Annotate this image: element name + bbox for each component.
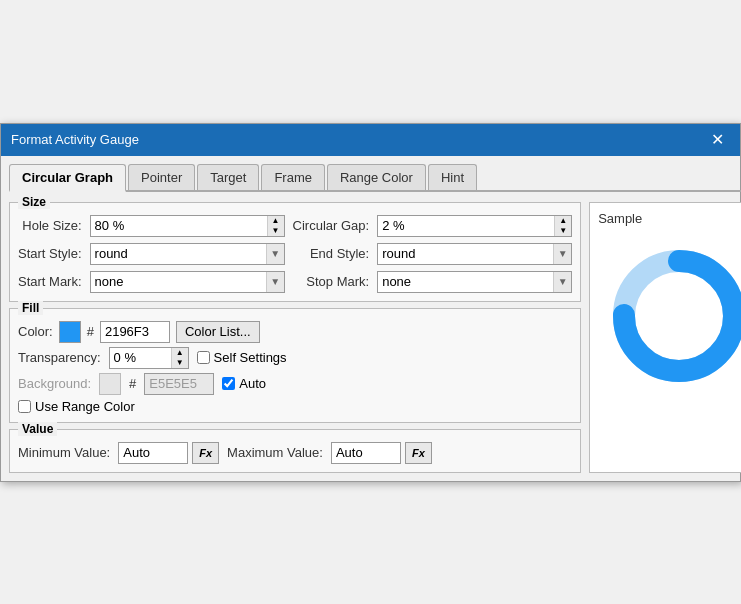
dialog-body: Circular Graph Pointer Target Frame Rang… — [1, 156, 740, 481]
color-hex-input[interactable] — [100, 321, 170, 343]
start-mark-select-group[interactable]: none circle square arrow ▼ — [90, 271, 285, 293]
tab-range-color[interactable]: Range Color — [327, 164, 426, 190]
start-mark-select[interactable]: none circle square arrow — [91, 274, 266, 289]
value-section-title: Value — [18, 422, 57, 436]
use-range-color-wrapper[interactable]: Use Range Color — [18, 399, 572, 414]
hole-size-label: Hole Size: — [18, 218, 82, 233]
stop-mark-select-group[interactable]: none circle square arrow ▼ — [377, 271, 572, 293]
gauge-preview — [599, 236, 741, 396]
background-hex-input[interactable] — [144, 373, 214, 395]
transparency-up[interactable]: ▲ — [172, 348, 188, 358]
tab-hint[interactable]: Hint — [428, 164, 477, 190]
use-range-color-row: Use Range Color — [18, 399, 572, 414]
min-fx-button[interactable]: Fx — [192, 442, 219, 464]
size-form: Hole Size: ▲ ▼ Circular Gap: — [18, 215, 572, 293]
stop-mark-select[interactable]: none circle square arrow — [378, 274, 553, 289]
stop-mark-arrow-icon: ▼ — [553, 272, 571, 292]
end-style-select-group[interactable]: round flat arrow ▼ — [377, 243, 572, 265]
max-fx-button[interactable]: Fx — [405, 442, 432, 464]
fill-section-title: Fill — [18, 301, 43, 315]
end-style-arrow-icon: ▼ — [553, 244, 571, 264]
circular-gap-input[interactable] — [378, 216, 554, 236]
transparency-spin: ▲ ▼ — [171, 348, 188, 368]
tab-frame[interactable]: Frame — [261, 164, 325, 190]
color-row: Color: # Color List... — [18, 321, 572, 343]
background-color-preview[interactable] — [99, 373, 121, 395]
use-range-color-label: Use Range Color — [35, 399, 135, 414]
transparency-input-group[interactable]: ▲ ▼ — [109, 347, 189, 369]
transparency-down[interactable]: ▼ — [172, 358, 188, 368]
value-section: Value Minimum Value: Fx Maximum Value: F… — [9, 429, 581, 473]
size-section-title: Size — [18, 195, 50, 209]
tab-bar: Circular Graph Pointer Target Frame Rang… — [9, 164, 741, 192]
max-value-input[interactable] — [331, 442, 401, 464]
circular-gap-input-group[interactable]: ▲ ▼ — [377, 215, 572, 237]
self-settings-label: Self Settings — [214, 350, 287, 365]
fill-section: Fill Color: # Color List... Transparency… — [9, 308, 581, 423]
background-row: Background: # Auto — [18, 373, 572, 395]
circular-gap-spin: ▲ ▼ — [554, 216, 571, 236]
format-activity-gauge-dialog: Format Activity Gauge ✕ Circular Graph P… — [0, 123, 741, 482]
hash-symbol: # — [87, 324, 94, 339]
max-value-label: Maximum Value: — [227, 445, 323, 460]
hole-size-down[interactable]: ▼ — [268, 226, 284, 236]
start-mark-arrow-icon: ▼ — [266, 272, 284, 292]
auto-checkbox[interactable] — [222, 377, 235, 390]
start-mark-label: Start Mark: — [18, 274, 82, 289]
hole-size-up[interactable]: ▲ — [268, 216, 284, 226]
left-panel: Size Hole Size: ▲ ▼ — [9, 202, 581, 473]
main-content: Circular Graph Pointer Target Frame Rang… — [9, 164, 741, 473]
bg-hash-symbol: # — [129, 376, 136, 391]
max-value-group: Fx — [331, 442, 432, 464]
value-form: Minimum Value: Fx Maximum Value: Fx — [18, 442, 572, 464]
hole-size-input[interactable] — [91, 216, 267, 236]
close-button[interactable]: ✕ — [705, 130, 730, 150]
title-bar: Format Activity Gauge ✕ — [1, 124, 740, 156]
start-style-label: Start Style: — [18, 246, 82, 261]
tab-target[interactable]: Target — [197, 164, 259, 190]
content-layout: Size Hole Size: ▲ ▼ — [9, 202, 741, 473]
tab-circular-graph[interactable]: Circular Graph — [9, 164, 126, 192]
hole-size-input-group[interactable]: ▲ ▼ — [90, 215, 285, 237]
sample-title: Sample — [598, 211, 642, 226]
auto-label: Auto — [239, 376, 266, 391]
start-style-select[interactable]: round flat arrow — [91, 246, 266, 261]
min-value-label: Minimum Value: — [18, 445, 110, 460]
self-settings-wrapper[interactable]: Self Settings — [197, 350, 287, 365]
auto-wrapper[interactable]: Auto — [222, 376, 266, 391]
dialog-title: Format Activity Gauge — [11, 132, 139, 147]
hole-size-spin: ▲ ▼ — [267, 216, 284, 236]
transparency-row: Transparency: ▲ ▼ Self Settings — [18, 347, 572, 369]
start-style-select-group[interactable]: round flat arrow ▼ — [90, 243, 285, 265]
use-range-color-checkbox[interactable] — [18, 400, 31, 413]
circular-gap-down[interactable]: ▼ — [555, 226, 571, 236]
tab-pointer[interactable]: Pointer — [128, 164, 195, 190]
background-label: Background: — [18, 376, 91, 391]
stop-mark-label: Stop Mark: — [293, 274, 370, 289]
color-preview[interactable] — [59, 321, 81, 343]
color-list-button[interactable]: Color List... — [176, 321, 260, 343]
circular-gap-label: Circular Gap: — [293, 218, 370, 233]
transparency-label: Transparency: — [18, 350, 101, 365]
size-section: Size Hole Size: ▲ ▼ — [9, 202, 581, 302]
min-value-input[interactable] — [118, 442, 188, 464]
color-label: Color: — [18, 324, 53, 339]
transparency-input[interactable] — [110, 348, 171, 368]
start-style-arrow-icon: ▼ — [266, 244, 284, 264]
end-style-select[interactable]: round flat arrow — [378, 246, 553, 261]
sample-panel: Sample — [589, 202, 741, 473]
self-settings-checkbox[interactable] — [197, 351, 210, 364]
min-value-group: Fx — [118, 442, 219, 464]
end-style-label: End Style: — [293, 246, 370, 261]
circular-gap-up[interactable]: ▲ — [555, 216, 571, 226]
